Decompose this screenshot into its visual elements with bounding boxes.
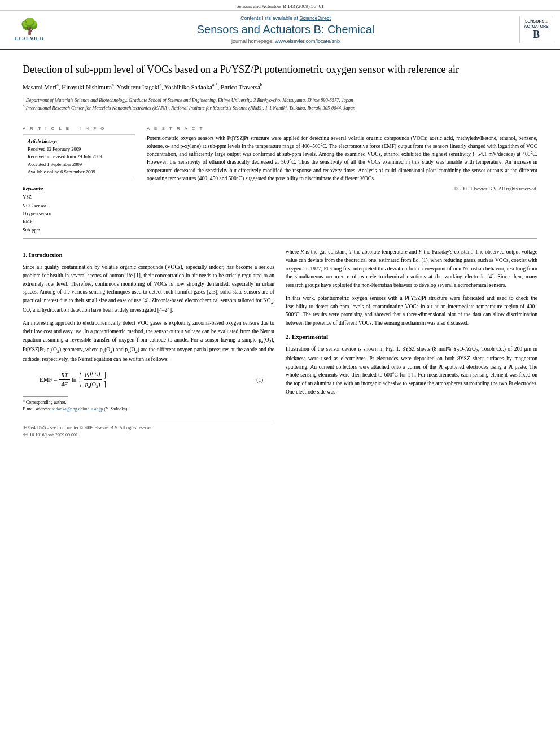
citation-bar: Sensors and Actuators B 143 (2009) 56–61 xyxy=(0,0,560,11)
article-info-label: A R T I C L E I N F O xyxy=(23,126,135,131)
keyword-ysz: YSZ xyxy=(23,193,135,201)
experimental-title: 2. Experimental xyxy=(286,332,537,342)
equation-number: (1) xyxy=(256,375,263,385)
author-1: Masami Moria, Hiroyuki Nishimuraa, Yoshi… xyxy=(23,84,262,90)
divider-1 xyxy=(23,120,537,120)
keyword-voc: VOC sensor xyxy=(23,202,135,209)
authors-line: Masami Moria, Hiroyuki Nishimuraa, Yoshi… xyxy=(23,82,537,91)
elsevier-tree-icon: 🌳 xyxy=(20,19,40,34)
elsevier-logo: 🌳 ELSEVIER xyxy=(7,19,52,41)
right-para-1: where R is the gas constant, T the absol… xyxy=(286,248,537,290)
homepage-url[interactable]: www.elsevier.com/locate/snb xyxy=(275,38,340,44)
copyright-line: © 2009 Elsevier B.V. All rights reserved… xyxy=(147,186,537,191)
journal-citation: Sensors and Actuators B 143 (2009) 56–61 xyxy=(237,3,324,9)
footnote-divider xyxy=(23,396,68,397)
journal-homepage: journal homepage: www.elsevier.com/locat… xyxy=(52,38,519,44)
footnote-email: E-mail address: sadaoka@eng.ehime-u.ac.j… xyxy=(23,406,274,413)
revised-date: Received in revised form 29 July 2009 xyxy=(28,153,130,161)
abstract-text: Potentiometric oxygen sensors with Pt|YS… xyxy=(147,134,537,183)
info-abstract-row: A R T I C L E I N F O Article history: R… xyxy=(23,126,537,234)
article-history-heading: Article history: xyxy=(28,138,130,144)
keyword-subppm: Sub-ppm xyxy=(23,226,135,234)
body-left-col: 1. Introduction Since air quality contam… xyxy=(23,248,274,439)
abstract-label: A B S T R A C T xyxy=(147,126,537,131)
keyword-oxygen: Oxygen sensor xyxy=(23,209,135,217)
keywords-section: Keywords: YSZ VOC sensor Oxygen sensor E… xyxy=(23,186,135,234)
intro-title: 1. Introduction xyxy=(23,250,274,260)
abstract-col: A B S T R A C T Potentiometric oxygen se… xyxy=(147,126,537,234)
intro-para-1: Since air quality contamination by volat… xyxy=(23,263,274,314)
experimental-para-1: Illustration of the sensor device is sho… xyxy=(286,345,537,396)
affiliation-a: a Department of Materials Science and Bi… xyxy=(23,95,537,104)
intro-para-2: An interesting approach to electrochemic… xyxy=(23,319,274,363)
issn-line: 0925-4005/$ – see front matter © 2009 El… xyxy=(23,425,274,431)
equation-block: EMF = RT 4F ln ⎛ ⎝ pc(O2) pa(O2) xyxy=(23,369,274,391)
article-info-col: A R T I C L E I N F O Article history: R… xyxy=(23,126,135,234)
journal-title-block: Contents lists available at ScienceDirec… xyxy=(52,15,519,44)
journal-header: 🌳 ELSEVIER Contents lists available at S… xyxy=(0,11,560,50)
doi-line: doi:10.1016/j.snb.2009.09.001 xyxy=(23,432,274,439)
footnote-star: * Corresponding author. xyxy=(23,399,274,406)
body-right-col: where R is the gas constant, T the absol… xyxy=(286,248,537,439)
affiliation-b: b International Research Center for Mate… xyxy=(23,103,537,112)
article-content: Detection of sub-ppm level of VOCs based… xyxy=(0,50,560,450)
right-para-2: In this work, potentiometric oxygen sens… xyxy=(286,294,537,327)
body-content: 1. Introduction Since air quality contam… xyxy=(23,248,537,439)
footnote-email-address[interactable]: sadaoka@eng.ehime-u.ac.jp xyxy=(52,407,103,412)
sensors-badge-text: SENSORS ..ACTUATORS xyxy=(524,19,548,29)
keyword-emf: EMF xyxy=(23,217,135,225)
sciencedirect-url[interactable]: ScienceDirect xyxy=(300,15,331,21)
accepted-date: Accepted 1 September 2009 xyxy=(28,161,130,169)
sciencedirect-link[interactable]: Contents lists available at ScienceDirec… xyxy=(52,15,519,21)
received-date: Received 12 February 2009 xyxy=(28,146,130,154)
available-date: Available online 6 September 2009 xyxy=(28,168,130,176)
affiliations: a Department of Materials Science and Bi… xyxy=(23,95,537,112)
article-title: Detection of sub-ppm level of VOCs based… xyxy=(23,63,537,76)
journal-main-title: Sensors and Actuators B: Chemical xyxy=(52,23,519,36)
sensors-badge: SENSORS ..ACTUATORS B xyxy=(519,16,553,43)
sensors-badge-b: B xyxy=(533,29,540,41)
footnote-corresponding: * Corresponding author. E-mail address: … xyxy=(23,399,274,413)
bottom-info: 0925-4005/$ – see front matter © 2009 El… xyxy=(23,422,274,439)
elsevier-label: ELSEVIER xyxy=(15,36,45,41)
divider-2 xyxy=(23,238,537,239)
keywords-heading: Keywords: xyxy=(23,186,135,191)
body-two-col: 1. Introduction Since air quality contam… xyxy=(23,248,537,439)
article-history-box: Article history: Received 12 February 20… xyxy=(23,134,135,180)
equation-text: EMF = RT 4F ln ⎛ ⎝ pc(O2) pa(O2) xyxy=(40,369,106,391)
